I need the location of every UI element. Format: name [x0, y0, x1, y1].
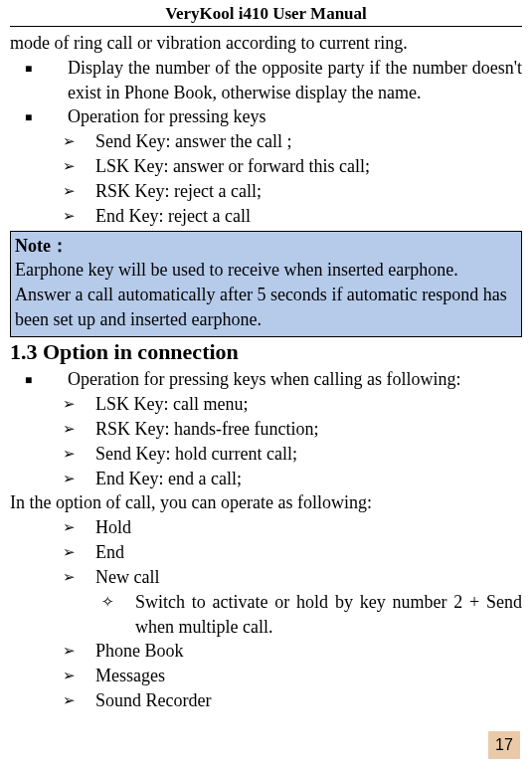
- diamond-bullet-list: Switch to activate or hold by key number…: [10, 590, 522, 640]
- sub-bullet-item: LSK Key: call menu;: [10, 392, 522, 417]
- sub-bullet-item: LSK Key: answer or forward this call;: [10, 154, 522, 179]
- content-area: mode of ring call or vibration according…: [10, 31, 522, 713]
- mid-line: In the option of call, you can operate a…: [10, 490, 522, 515]
- note-line-1: Earphone key will be used to receive whe…: [15, 260, 458, 280]
- sub-bullet-item: Phone Book: [10, 639, 522, 664]
- diamond-bullet-item: Switch to activate or hold by key number…: [10, 590, 522, 640]
- sub-bullet-list-4: Phone Book Messages Sound Recorder: [10, 639, 522, 712]
- sub-bullet-item: Sound Recorder: [10, 688, 522, 713]
- header-rule: [10, 26, 522, 27]
- note-label: Note：: [15, 236, 69, 256]
- sub-bullet-item: New call: [10, 565, 522, 590]
- sub-bullet-item: RSK Key: hands-free function;: [10, 417, 522, 442]
- bullet-item: Operation for pressing keys when calling…: [10, 367, 522, 392]
- sub-bullet-list-3: Hold End New call: [10, 515, 522, 589]
- note-line-2: Answer a call automatically after 5 seco…: [15, 285, 507, 329]
- sub-bullet-item: End Key: end a call;: [10, 467, 522, 491]
- note-box: Note： Earphone key will be used to recei…: [10, 231, 522, 337]
- primary-bullet-list-1: Display the number of the opposite party…: [10, 56, 522, 129]
- bullet-item: Display the number of the opposite party…: [10, 56, 522, 105]
- sub-bullet-list-2: LSK Key: call menu; RSK Key: hands-free …: [10, 392, 522, 490]
- sub-bullet-item: RSK Key: reject a call;: [10, 179, 522, 204]
- intro-line: mode of ring call or vibration according…: [10, 31, 522, 56]
- page-number: 17: [488, 731, 520, 759]
- primary-bullet-list-2: Operation for pressing keys when calling…: [10, 367, 522, 392]
- section-heading: 1.3 Option in connection: [10, 337, 522, 367]
- sub-bullet-list-1: Send Key: answer the call ; LSK Key: ans…: [10, 129, 522, 228]
- sub-bullet-item: Send Key: answer the call ;: [10, 129, 522, 154]
- sub-bullet-item: Hold: [10, 515, 522, 540]
- page-container: VeryKool i410 User Manual mode of ring c…: [0, 0, 532, 713]
- bullet-item: Operation for pressing keys: [10, 104, 522, 129]
- sub-bullet-item: End Key: reject a call: [10, 204, 522, 229]
- sub-bullet-item: Messages: [10, 664, 522, 688]
- sub-bullet-item: Send Key: hold current call;: [10, 442, 522, 467]
- sub-bullet-item: End: [10, 540, 522, 565]
- page-header-title: VeryKool i410 User Manual: [10, 0, 522, 26]
